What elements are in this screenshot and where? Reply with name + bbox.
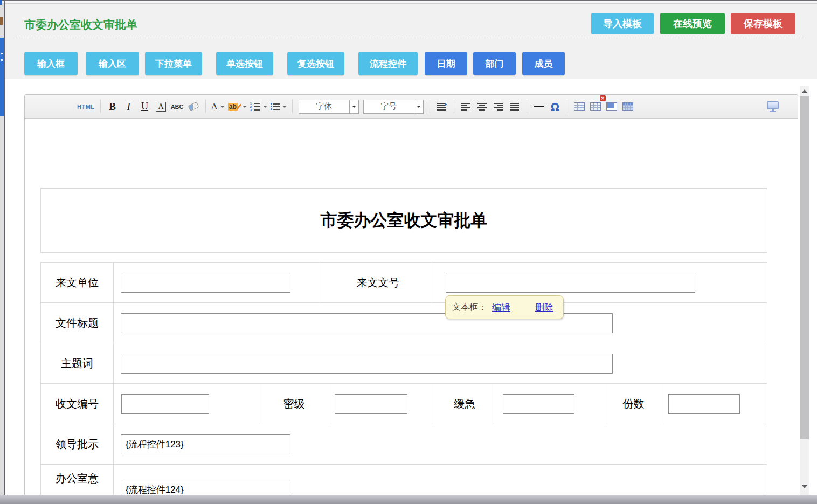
label-receipt-number: 收文编号 [41,384,114,424]
document-number-input[interactable] [446,273,695,293]
window-left-border [4,0,5,504]
toolbar-separator [567,100,567,113]
toolbar-separator [527,100,527,113]
tooltip-label: 文本框： [452,302,487,313]
table-properties-button[interactable] [621,99,634,115]
security-level-input[interactable] [335,394,407,414]
header-panel: 市委办公室收文审批单 导入模板 在线预览 保存模板 输入框 输入区 下拉菜单 单… [5,4,817,79]
toolbar-separator [100,100,101,113]
label-copies: 份数 [605,384,662,424]
toolbar-separator [454,100,454,113]
chevron-down-icon [220,106,225,108]
indent-button[interactable] [435,99,448,115]
cell-properties-button[interactable] [605,99,618,115]
scroll-up-button[interactable] [800,87,809,95]
editor-toolbar: HTML B I U A ABC A ab 1 2 3 [25,95,798,119]
import-template-button[interactable]: 导入模板 [591,13,654,34]
table-row: 领导批示 [41,424,767,465]
align-center-icon [477,103,487,111]
save-template-button[interactable]: 保存模板 [731,13,795,34]
align-right-button[interactable] [492,99,505,115]
toolbar-separator [292,100,293,113]
source-unit-input[interactable] [121,273,290,293]
control-edit-tooltip: 文本框： 编辑 删除 [445,295,564,319]
table-row: 收文编号 密级 缓急 份数 [41,384,767,424]
label-document-number: 来文文号 [322,263,434,302]
toolbar-separator [205,100,206,113]
component-button-date[interactable]: 日期 [425,52,467,75]
insert-table-icon [574,102,585,111]
html-source-button[interactable]: HTML [77,99,95,115]
component-button-member[interactable]: 成员 [522,52,565,75]
background-blue-panel-fragment [0,38,4,116]
horizontal-rule-icon [534,106,544,107]
align-center-button[interactable] [476,99,489,115]
edit-link[interactable]: 编辑 [492,301,510,314]
form-designer-window: 市委办公室收文审批单 导入模板 在线预览 保存模板 输入框 输入区 下拉菜单 单… [5,4,817,504]
font-family-select[interactable]: 字体 [299,100,359,114]
background-fragment [1,59,3,61]
toolbar-separator [430,100,430,113]
component-button-input-box[interactable]: 输入框 [24,52,78,75]
ordered-list-icon: 1 2 3 [250,102,260,111]
delete-link[interactable]: 删除 [535,301,553,314]
leader-comments-input[interactable] [121,434,290,454]
editor-canvas[interactable]: 市委办公室收文审批单 来文单位 来文文号 文件标题 [25,119,798,503]
fullscreen-button[interactable] [766,99,779,115]
component-button-department[interactable]: 部门 [473,52,516,75]
highlight-color-button[interactable]: ab [228,99,247,115]
scroll-down-button[interactable] [800,482,809,491]
copies-input[interactable] [668,394,740,414]
chevron-down-icon [414,100,423,113]
justify-icon [510,103,519,111]
underline-button[interactable]: U [139,99,151,115]
strikethrough-button[interactable]: ABC [171,99,184,115]
bold-button[interactable]: B [106,99,119,115]
italic-button[interactable]: I [122,99,135,115]
table-properties-icon [622,102,633,111]
justify-button[interactable] [508,99,521,115]
cell-copies [662,384,767,424]
inline-block-style-button[interactable]: A [155,99,168,115]
table-row: 文件标题 [41,303,767,343]
form-table: 来文单位 来文文号 文件标题 [40,262,767,503]
scrollbar-thumb[interactable] [800,96,809,439]
header-actions: 导入模板 在线预览 保存模板 [591,13,795,34]
subject-words-input[interactable] [121,354,613,374]
vertical-scrollbar[interactable] [800,86,809,495]
form-title: 市委办公室收文审批单 [321,209,488,232]
online-preview-button[interactable]: 在线预览 [660,13,725,34]
font-color-button[interactable]: A [211,99,225,115]
chevron-down-icon [263,106,267,108]
horizontal-rule-button[interactable] [532,99,545,115]
component-button-radio[interactable]: 单选按钮 [216,52,273,75]
chevron-down-icon [349,100,358,113]
component-button-input-area[interactable]: 输入区 [86,52,139,75]
component-button-dropdown[interactable]: 下拉菜单 [145,52,202,75]
urgency-input[interactable] [503,394,574,414]
component-button-flow-control[interactable]: 流程控件 [358,52,418,75]
insert-table-button[interactable] [573,99,586,115]
cell-subject-words [114,343,767,383]
delete-table-button[interactable]: ✕ [589,99,602,115]
cell-properties-icon [606,102,617,111]
receipt-number-input[interactable] [121,394,209,414]
ordered-list-button[interactable]: 1 2 3 [250,99,267,115]
align-right-icon [494,103,503,111]
font-size-select[interactable]: 字号 [363,100,424,114]
align-left-button[interactable] [460,99,473,115]
label-document-title: 文件标题 [41,303,114,343]
component-toolbar: 输入框 输入区 下拉菜单 单选按钮 复选按钮 流程控件 日期 部门 成员 [24,52,565,75]
background-window-fragment [0,0,2,5]
scroll-up-arrow-icon [802,89,807,93]
form-title-box: 市委办公室收文审批单 [40,188,767,253]
cell-leader-comments [114,424,767,464]
window-bottom-bar [0,495,817,504]
align-left-icon [461,103,470,111]
component-button-checkbox[interactable]: 复选按钮 [287,52,344,75]
background-fragment [1,53,3,54]
delete-table-icon [590,102,601,111]
special-char-button[interactable]: Ω [549,99,562,115]
eraser-icon[interactable] [187,99,200,115]
unordered-list-button[interactable] [271,99,287,115]
